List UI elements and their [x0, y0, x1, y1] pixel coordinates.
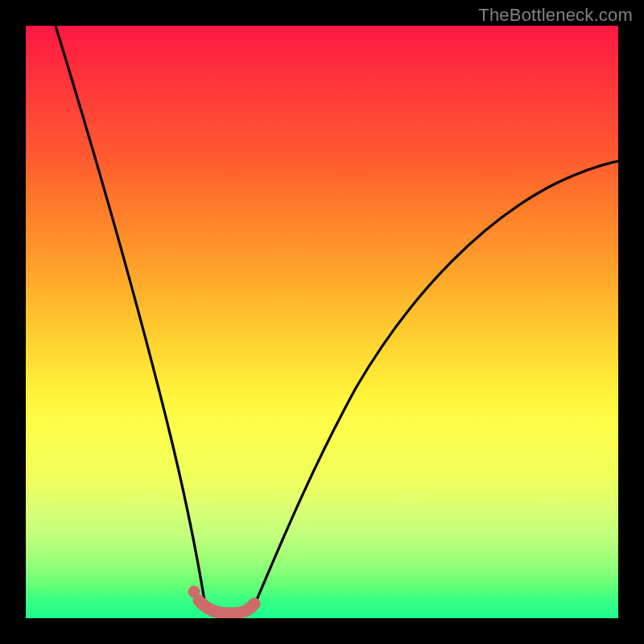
- valley-floor: [199, 601, 254, 613]
- left-dot: [188, 586, 200, 598]
- watermark-text: TheBottleneck.com: [478, 5, 633, 26]
- chart-svg: [26, 26, 618, 618]
- left-curve: [56, 26, 205, 605]
- plot-area: [26, 26, 618, 618]
- chart-frame: TheBottleneck.com: [0, 0, 644, 644]
- right-curve: [254, 161, 618, 607]
